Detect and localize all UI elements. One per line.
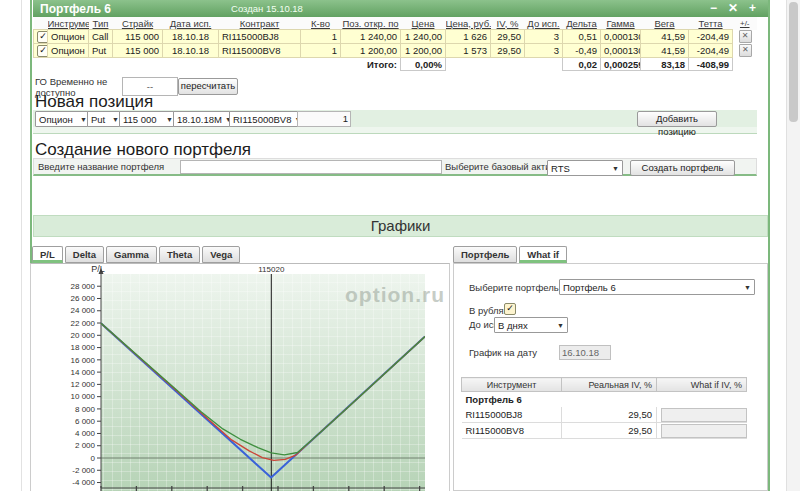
column-header-contract[interactable]: Контракт [219, 17, 301, 30]
cell-qty: 1 [301, 44, 341, 58]
totals-label: Итого: [341, 58, 401, 71]
create-portfolio-button[interactable]: Создать портфель [630, 160, 735, 176]
chart-date-label: График на дату [469, 347, 537, 358]
in-rubles-checkbox[interactable]: ✓ [504, 303, 516, 315]
tab-portfolio[interactable]: Портфель [453, 246, 517, 263]
whatif-iv-input[interactable] [661, 408, 747, 422]
recalculate-button[interactable]: пересчитать [178, 78, 238, 95]
contract-select-value: RI115000BV8 [233, 114, 291, 125]
whatif-iv-input[interactable] [661, 424, 747, 438]
cell-x: ✕ [733, 30, 758, 44]
right-green-border [768, 0, 770, 491]
portfolio-titlebar: Портфель 6 Создан 15.10.18 − ✕ + [33, 0, 768, 17]
pl-axis-title: P/L [91, 264, 105, 274]
cell-strike: 115 000 [113, 30, 163, 44]
expiry-date-select[interactable]: 18.10.18М▼ [173, 111, 233, 127]
column-header-iv[interactable]: IV, % [491, 17, 525, 30]
tab-theta[interactable]: Theta [159, 246, 200, 263]
column-header-exp_date[interactable]: Дата исп. [163, 17, 219, 30]
totals-delta: 0,02 [563, 58, 601, 71]
totals-empty-cell [89, 58, 113, 71]
tab-what-if[interactable]: What if [519, 246, 567, 263]
column-header-theta[interactable]: Тетта [689, 17, 733, 30]
tab-gamma[interactable]: Gamma [106, 246, 157, 263]
type-select[interactable]: Put▼ [87, 111, 123, 127]
iv-cell-instrument: RI115000BJ8 [462, 407, 562, 423]
instrument-select[interactable]: Опцион▼ [35, 111, 91, 127]
row-checkbox[interactable]: ✓ [37, 31, 48, 43]
current-price-label: 115020 [258, 265, 285, 274]
quantity-field[interactable]: 1 [297, 111, 351, 127]
close-icon[interactable]: ✕ [728, 1, 738, 16]
tab-pl[interactable]: P/L [32, 246, 63, 263]
portfolio-select[interactable]: Портфель 6▼ [559, 279, 755, 295]
column-header-open_price[interactable]: Поз. откр. по [341, 17, 401, 30]
cell-exp_date: 18.10.18 [163, 44, 219, 58]
column-header-gamma[interactable]: Гамма [601, 17, 641, 30]
column-header-days[interactable]: До исп. [525, 17, 563, 30]
cell-cb: ✓ [34, 44, 48, 58]
delete-row-icon[interactable]: ✕ [739, 44, 752, 57]
column-header-type[interactable]: Тип [89, 17, 113, 30]
cell-type: Put [89, 44, 113, 58]
days-mode-select[interactable]: В днях▼ [494, 317, 568, 333]
iv-row: RI115000BV829,50 [462, 423, 747, 439]
row-checkbox[interactable]: ✓ [37, 45, 48, 57]
pl-chart: -4 000-2 00002 0004 0006 0008 00010 0001… [30, 263, 450, 491]
totals-empty-cell [34, 58, 48, 71]
base-asset-select-value: RTS [551, 163, 570, 174]
iv-row: RI115000BJ829,50 [462, 407, 747, 423]
scrollbar-thumb[interactable] [789, 2, 798, 122]
cell-iv: 29,50 [491, 44, 525, 58]
column-header-strike[interactable]: Страйк [113, 17, 163, 30]
cell-contract: RI115000BJ8 [219, 30, 301, 44]
new-position-heading: Новая позиция [35, 92, 153, 112]
portfolio-created-label: Создан 15.10.18 [231, 3, 303, 14]
chart-date-field[interactable]: 16.10.18 [559, 345, 611, 360]
position-row: ✓ОпционPut115 00018.10.18RI115000BV811 2… [34, 44, 758, 58]
y-tick-label: 8 000 [75, 405, 96, 414]
iv-group-label: Портфель 6 [462, 392, 747, 408]
cell-price: 1 240,00 [401, 30, 446, 44]
column-header-delta[interactable]: Дельта [563, 17, 601, 30]
vertical-scrollbar[interactable] [786, 0, 800, 491]
positions-table: ИнструментТипСтрайкДата исп.КонтрактК-во… [33, 17, 757, 71]
minimize-icon[interactable]: − [710, 1, 717, 16]
cell-delta: -0,49 [563, 44, 601, 58]
totals-empty-cell [113, 58, 163, 71]
y-tick-label: 0 [91, 454, 96, 463]
portfolio-name-input[interactable] [180, 160, 442, 174]
column-header-price[interactable]: Цена [401, 17, 446, 30]
y-tick-label: 22 000 [71, 319, 96, 328]
what-if-panel: Выберите портфель Портфель 6▼ В рублях: … [453, 263, 768, 491]
cell-instrument: Опцион [48, 44, 89, 58]
y-tick-label: 16 000 [71, 356, 96, 365]
instrument-select-value: Опцион [39, 114, 73, 125]
cell-qty: 1 [301, 30, 341, 44]
expiry-date-select-value: 18.10.18М [177, 114, 222, 125]
left-gray-border [21, 0, 22, 491]
cell-days: 3 [525, 30, 563, 44]
column-header-qty[interactable]: К-во [301, 17, 341, 30]
delete-row-icon[interactable]: ✕ [739, 30, 752, 43]
right-panel-tabs: ПортфельWhat if [453, 247, 569, 263]
column-header-price_rub[interactable]: Цена, руб. [446, 17, 491, 30]
cell-instrument: Опцион [48, 30, 89, 44]
column-header-instrument[interactable]: Инструмент [48, 17, 89, 30]
strike-select[interactable]: 115 000▼ [119, 111, 177, 127]
y-tick-label: 18 000 [71, 343, 96, 352]
contract-select[interactable]: RI115000BV8▼ [229, 111, 301, 127]
pl-chart-canvas: -4 000-2 00002 0004 0006 0008 00010 0001… [31, 264, 449, 491]
add-icon[interactable]: + [749, 1, 756, 16]
y-tick-label: 14 000 [71, 368, 96, 377]
tab-delta[interactable]: Delta [65, 246, 104, 263]
iv-cell-real: 29,50 [562, 423, 657, 439]
cell-gamma: 0,000130 [601, 44, 641, 58]
cell-gamma: 0,000130 [601, 30, 641, 44]
add-position-button[interactable]: Добавить позицию [637, 111, 717, 127]
tab-vega[interactable]: Vega [202, 246, 240, 263]
base-asset-select[interactable]: RTS▼ [547, 160, 623, 176]
cell-cb: ✓ [34, 30, 48, 44]
column-header-vega[interactable]: Вега [641, 17, 689, 30]
totals-theta: -408,99 [689, 58, 733, 71]
